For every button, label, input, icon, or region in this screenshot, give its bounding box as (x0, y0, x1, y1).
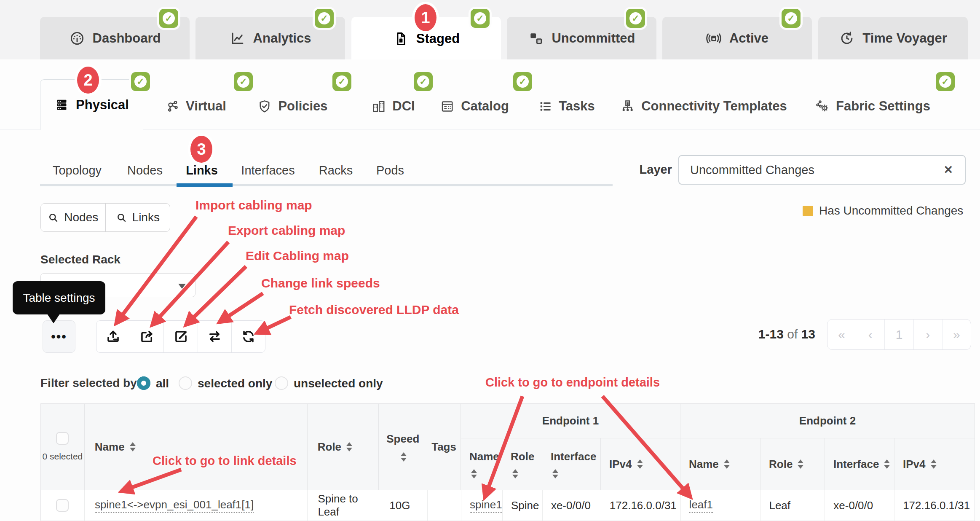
tab-analytics[interactable]: Analytics ✓ (195, 17, 345, 59)
ep2-column-header-name[interactable]: Name (680, 438, 760, 490)
table-settings-button[interactable]: ••• (43, 320, 75, 353)
tab-dashboard[interactable]: Dashboard ✓ (40, 17, 190, 59)
search-links-button[interactable]: Links (106, 204, 170, 231)
radio-all-label[interactable]: all (156, 376, 169, 391)
tab-label: Connectivity Templates (641, 99, 787, 114)
sort-arrows-icon[interactable] (637, 459, 643, 469)
sort-arrows-icon[interactable] (401, 452, 407, 462)
change-link-speeds-button[interactable] (198, 321, 231, 352)
ep1-column-header-name[interactable]: Name (461, 438, 502, 490)
search-icon (48, 212, 59, 223)
tab-label: Fabric Settings (836, 99, 930, 114)
import-cabling-map-button[interactable] (96, 321, 130, 352)
export-cabling-map-button[interactable] (130, 321, 163, 352)
tab-tasks[interactable]: Tasks (538, 94, 595, 119)
edit-cabling-map-button[interactable] (163, 321, 197, 352)
tab-connectivity-templates[interactable]: Connectivity Templates (620, 94, 787, 119)
subtab-nodes[interactable]: Nodes (127, 160, 163, 180)
fetch-lldp-button[interactable] (231, 321, 265, 352)
radio-selected-only-label[interactable]: selected only (198, 376, 272, 391)
tab-catalog[interactable]: Catalog (440, 94, 509, 119)
tab-time-voyager[interactable]: Time Voyager (818, 17, 968, 59)
uncommitted-changes-swatch (803, 206, 813, 216)
column-header-name[interactable]: Name (85, 404, 308, 490)
step-badge-2: 2 (77, 67, 99, 94)
sort-arrows-icon[interactable] (552, 469, 600, 478)
layer-select[interactable]: Uncommitted Changes ✕ (678, 155, 966, 185)
dci-buildings-icon (371, 99, 386, 114)
ep2-column-header-interface[interactable]: Interface (825, 438, 894, 490)
radio-selected-only[interactable] (179, 376, 192, 390)
check-badge-icon: ✓ (471, 9, 490, 28)
subtab-racks[interactable]: Racks (319, 160, 353, 180)
link-tags-cell (428, 490, 461, 521)
check-badge-icon: ✓ (131, 72, 150, 91)
subtab-interfaces[interactable]: Interfaces (241, 160, 295, 180)
tab-staged[interactable]: Staged 1 ✓ (351, 17, 501, 60)
uncommitted-boxes-icon (528, 30, 544, 46)
pagination-range: 1-13 (758, 327, 784, 341)
upload-icon (105, 329, 121, 344)
radio-all[interactable] (137, 376, 150, 390)
tab-label: Active (729, 31, 768, 46)
check-badge-icon: ✓ (315, 9, 334, 28)
ep1-column-header-role[interactable]: Role (502, 438, 542, 490)
ep1-column-header-interface[interactable]: Interface (542, 438, 601, 490)
current-page-button[interactable]: 1 (884, 320, 913, 349)
sort-arrows-icon[interactable] (471, 469, 502, 478)
subtab-links[interactable]: Links (186, 160, 218, 180)
endpoint-1-group-label: Endpoint 1 (461, 404, 680, 438)
time-voyager-history-icon (839, 30, 855, 46)
sort-arrows-icon[interactable] (512, 469, 542, 478)
column-header-role[interactable]: Role (308, 404, 379, 490)
ep2-name-link[interactable]: leaf1 (689, 498, 713, 513)
column-header-speed[interactable]: Speed (379, 404, 427, 490)
clear-layer-icon[interactable]: ✕ (943, 163, 953, 177)
row-checkbox[interactable] (56, 499, 69, 512)
column-header-tags: Tags (427, 404, 461, 490)
ep1-name-link[interactable]: spine1 (470, 498, 502, 513)
annotation-export-cabling-map: Export cabling map (228, 223, 345, 238)
tab-uncommitted[interactable]: Uncommitted ✓ (507, 17, 656, 59)
sort-arrows-icon[interactable] (130, 442, 136, 451)
pagination-total: 13 (801, 327, 815, 341)
tab-virtual[interactable]: Virtual (165, 94, 226, 119)
last-page-button[interactable]: » (942, 320, 971, 349)
tab-label: Analytics (253, 31, 311, 46)
select-all-checkbox[interactable] (56, 432, 69, 445)
ep2-column-header-ipv4[interactable]: IPv4 (894, 438, 975, 490)
tab-policies[interactable]: Policies (257, 94, 327, 119)
link-name-link[interactable]: spine1<->evpn_esi_001_leaf1[1] (95, 498, 254, 513)
tab-label: Virtual (186, 99, 226, 114)
ep1-column-header-ipv4[interactable]: IPv4 (601, 438, 680, 490)
radio-unselected-only[interactable] (275, 376, 288, 390)
sort-arrows-icon[interactable] (724, 459, 730, 469)
sort-arrows-icon[interactable] (346, 442, 352, 451)
subtab-divider (40, 184, 613, 186)
tab-fabric-settings[interactable]: Fabric Settings (815, 94, 930, 119)
tab-dci[interactable]: DCI (371, 94, 415, 119)
row-select-cell (41, 490, 85, 521)
prev-page-button[interactable]: ‹ (856, 320, 884, 349)
subtab-topology[interactable]: Topology (53, 160, 102, 180)
select-all-header: 0 selected (41, 404, 85, 490)
sort-arrows-icon[interactable] (931, 459, 937, 469)
next-page-button[interactable]: › (913, 320, 942, 349)
check-badge-icon: ✓ (782, 9, 801, 28)
subtab-pods[interactable]: Pods (376, 160, 404, 180)
sort-arrows-icon[interactable] (884, 459, 890, 469)
active-signal-icon (706, 30, 722, 46)
check-badge-icon: ✓ (513, 72, 532, 91)
search-links-label: Links (132, 211, 160, 224)
ep2-column-header-role[interactable]: Role (760, 438, 825, 490)
table-row: spine1<->evpn_esi_001_leaf1[1] Spine to … (41, 490, 975, 521)
selected-rack-label: Selected Rack (40, 253, 120, 266)
sort-arrows-icon[interactable] (798, 459, 803, 469)
ep1-role-cell: Spine (503, 490, 543, 521)
radio-unselected-only-label[interactable]: unselected only (294, 376, 383, 391)
search-nodes-button[interactable]: Nodes (41, 204, 106, 231)
search-icon (116, 212, 127, 223)
tab-active[interactable]: Active ✓ (662, 17, 812, 59)
physical-servers-icon (54, 97, 69, 112)
first-page-button[interactable]: « (827, 320, 856, 349)
